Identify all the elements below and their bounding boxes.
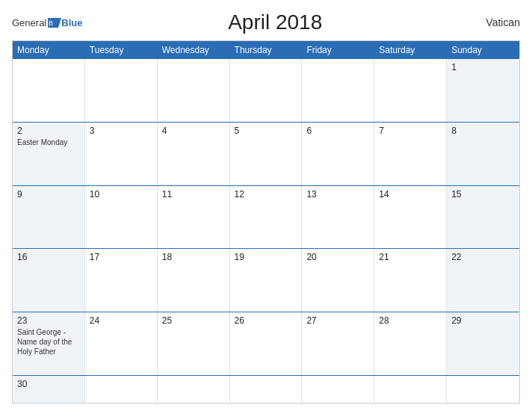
calendar-row-2: 9101112131415 <box>13 185 519 249</box>
table-row <box>85 376 158 403</box>
table-row: 26 <box>230 312 303 375</box>
table-row <box>158 376 230 403</box>
table-row <box>13 59 85 122</box>
table-row: 19 <box>230 249 303 312</box>
day-number: 12 <box>235 189 297 200</box>
table-row <box>302 59 374 122</box>
table-row: 2Easter Monday <box>13 123 85 185</box>
table-row: 11 <box>158 186 230 249</box>
calendar-row-3: 16171819202122 <box>13 248 519 312</box>
table-row: 10 <box>85 186 158 249</box>
day-number: 18 <box>162 252 225 262</box>
calendar-last-row: 30 <box>13 375 519 403</box>
day-number: 24 <box>90 315 152 326</box>
table-row <box>447 376 519 403</box>
day-number: 30 <box>17 379 80 389</box>
day-number: 25 <box>162 315 225 326</box>
day-number: 17 <box>90 252 152 262</box>
country-name: Vatican <box>468 16 520 28</box>
table-row: 29 <box>447 312 519 375</box>
table-row <box>230 59 303 122</box>
table-row: 8 <box>447 123 519 185</box>
day-number: 20 <box>306 252 369 262</box>
table-row: 28 <box>374 312 447 375</box>
table-row: 20 <box>302 249 374 312</box>
table-row: 14 <box>374 186 447 249</box>
header-friday: Friday <box>302 41 374 59</box>
table-row: 21 <box>374 249 447 312</box>
header-sunday: Sunday <box>447 41 519 59</box>
table-row: 12 <box>230 186 303 249</box>
table-row: 30 <box>13 376 85 403</box>
day-number: 4 <box>162 126 225 136</box>
table-row: 15 <box>447 186 519 249</box>
day-number: 19 <box>235 252 297 262</box>
day-number: 9 <box>17 189 80 200</box>
logo: General B Blue <box>12 17 82 28</box>
day-number: 23 <box>17 315 80 326</box>
table-row <box>85 59 158 122</box>
calendar-page: General B Blue April 2018 Vatican Monday… <box>0 0 532 411</box>
table-row: 6 <box>302 123 374 185</box>
table-row: 23Saint George - Name day of the Holy Fa… <box>13 312 85 375</box>
table-row <box>302 376 374 403</box>
header-saturday: Saturday <box>374 41 447 59</box>
logo-general-text: General <box>12 17 46 28</box>
day-number: 26 <box>235 315 297 326</box>
header-thursday: Thursday <box>230 41 303 59</box>
svg-text:B: B <box>49 19 53 27</box>
table-row: 4 <box>158 123 230 185</box>
day-event: Easter Monday <box>17 137 80 147</box>
day-number: 6 <box>306 126 369 136</box>
day-number: 1 <box>451 62 515 72</box>
day-number: 13 <box>306 189 369 200</box>
table-row <box>230 376 303 403</box>
table-row: 22 <box>447 249 519 312</box>
header-wednesday: Wednesday <box>158 41 230 59</box>
table-row <box>158 59 230 122</box>
day-number: 14 <box>379 189 442 200</box>
day-number: 11 <box>162 189 225 200</box>
day-number: 2 <box>17 126 80 136</box>
table-row: 5 <box>230 123 303 185</box>
day-number: 8 <box>451 126 515 136</box>
table-row <box>374 376 447 403</box>
day-number: 27 <box>306 315 369 326</box>
day-number: 5 <box>235 126 297 136</box>
table-row: 1 <box>447 59 519 122</box>
header-monday: Monday <box>13 41 85 59</box>
logo-flag-icon: B <box>48 18 61 28</box>
top-bar: General B Blue April 2018 Vatican <box>12 10 520 34</box>
month-title: April 2018 <box>82 10 468 34</box>
logo-blue-text: Blue <box>61 17 82 28</box>
day-number: 10 <box>90 189 152 200</box>
day-number: 15 <box>451 189 515 200</box>
calendar-header: Monday Tuesday Wednesday Thursday Friday… <box>13 41 519 59</box>
day-number: 22 <box>451 252 515 262</box>
table-row: 16 <box>13 249 85 312</box>
table-row: 27 <box>302 312 374 375</box>
table-row: 18 <box>158 249 230 312</box>
day-number: 3 <box>90 126 152 136</box>
day-number: 21 <box>379 252 442 262</box>
table-row: 7 <box>374 123 447 185</box>
calendar-row-0: 1 <box>13 59 519 122</box>
calendar-body: 12Easter Monday3456789101112131415161718… <box>13 59 519 403</box>
day-number: 29 <box>451 315 515 326</box>
day-number: 28 <box>379 315 442 326</box>
table-row: 9 <box>13 186 85 249</box>
table-row: 24 <box>85 312 158 375</box>
calendar-row-4: 23Saint George - Name day of the Holy Fa… <box>13 312 519 375</box>
day-number: 16 <box>17 252 80 262</box>
table-row <box>374 59 447 122</box>
table-row: 17 <box>85 249 158 312</box>
calendar-row-1: 2Easter Monday345678 <box>13 122 519 185</box>
calendar: Monday Tuesday Wednesday Thursday Friday… <box>12 40 520 404</box>
day-number: 7 <box>379 126 442 136</box>
table-row: 13 <box>302 186 374 249</box>
table-row: 3 <box>85 123 158 185</box>
day-event: Saint George - Name day of the Holy Fath… <box>17 327 80 356</box>
table-row: 25 <box>158 312 230 375</box>
header-tuesday: Tuesday <box>85 41 158 59</box>
